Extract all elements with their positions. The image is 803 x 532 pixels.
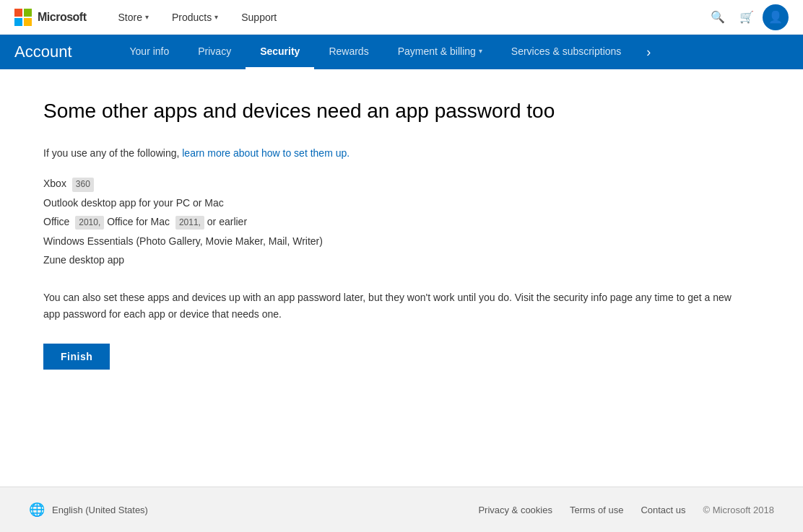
main-content: Some other apps and devices need an app …	[0, 69, 803, 398]
intro-paragraph: If you use any of the following, learn m…	[43, 146, 760, 161]
logo-text: Microsoft	[38, 11, 87, 24]
support-nav-link[interactable]: Support	[231, 6, 287, 29]
privacy-nav-link[interactable]: Privacy	[183, 35, 246, 69]
language-label: English (United States)	[52, 505, 148, 515]
app-list: Xbox 360 Outlook desktop app for your PC…	[43, 175, 760, 268]
products-nav-link[interactable]: Products ▾	[162, 6, 228, 29]
top-navigation: Microsoft Store ▾ Products ▾ Support 🔍 🛒	[0, 0, 803, 35]
office-2010-badge: 2010,	[75, 216, 104, 230]
logo-area[interactable]: Microsoft	[14, 9, 87, 26]
store-chevron-icon: ▾	[145, 13, 149, 21]
privacy-cookies-link[interactable]: Privacy & cookies	[478, 505, 552, 515]
copyright-text: © Microsoft 2018	[703, 505, 774, 515]
top-nav-icons: 🔍 🛒 👤	[705, 4, 789, 30]
search-icon: 🔍	[711, 10, 725, 24]
body-paragraph: You can also set these apps and devices …	[43, 289, 737, 322]
payment-billing-nav-link[interactable]: Payment & billing ▾	[383, 35, 497, 69]
list-item: Zune desktop app	[43, 252, 760, 268]
office-2011-badge: 2011,	[175, 216, 204, 230]
store-nav-link[interactable]: Store ▾	[108, 6, 159, 29]
payment-chevron-icon: ▾	[479, 47, 482, 55]
security-nav-link[interactable]: Security	[246, 35, 314, 69]
list-item: Office 2010, Office for Mac 2011, or ear…	[43, 214, 760, 230]
office-label: Office	[43, 216, 69, 227]
account-navigation: Account Your info Privacy Security Rewar…	[0, 35, 803, 69]
list-item: Windows Essentials (Photo Gallery, Movie…	[43, 233, 760, 249]
zune-label: Zune desktop app	[43, 254, 124, 266]
account-label: Account	[14, 43, 94, 61]
cart-icon: 🛒	[739, 10, 754, 24]
account-nav-links: Your info Privacy Security Rewards Payme…	[116, 35, 636, 69]
windows-essentials-label: Windows Essentials (Photo Gallery, Movie…	[43, 235, 323, 247]
footer-language-area: 🌐 English (United States)	[29, 502, 148, 518]
avatar-icon: 👤	[768, 10, 783, 24]
footer-links: Privacy & cookies Terms of use Contact u…	[478, 505, 774, 515]
globe-icon: 🌐	[29, 502, 45, 518]
more-nav-button[interactable]: ›	[635, 45, 661, 60]
yourinfo-nav-link[interactable]: Your info	[116, 35, 184, 69]
rewards-nav-link[interactable]: Rewards	[314, 35, 383, 69]
page-footer: 🌐 English (United States) Privacy & cook…	[0, 487, 803, 532]
search-button[interactable]: 🔍	[705, 4, 731, 30]
top-nav-links: Store ▾ Products ▾ Support	[108, 6, 706, 29]
outlook-label: Outlook desktop app for your PC or Mac	[43, 197, 224, 209]
xbox-label: Xbox	[43, 178, 66, 189]
account-avatar-button[interactable]: 👤	[763, 4, 789, 30]
finish-button[interactable]: Finish	[43, 344, 110, 370]
microsoft-logo	[14, 9, 32, 26]
list-item: Xbox 360	[43, 175, 760, 191]
page-heading: Some other apps and devices need an app …	[43, 98, 737, 124]
cart-button[interactable]: 🛒	[734, 4, 760, 30]
terms-of-use-link[interactable]: Terms of use	[570, 505, 623, 515]
xbox-badge: 360	[72, 178, 94, 191]
services-subscriptions-nav-link[interactable]: Services & subscriptions	[497, 35, 636, 69]
list-item: Outlook desktop app for your PC or Mac	[43, 195, 760, 211]
more-icon: ›	[646, 45, 651, 60]
learn-more-link[interactable]: learn more about how to set them up.	[182, 147, 350, 159]
products-chevron-icon: ▾	[214, 13, 218, 21]
contact-us-link[interactable]: Contact us	[641, 505, 685, 515]
